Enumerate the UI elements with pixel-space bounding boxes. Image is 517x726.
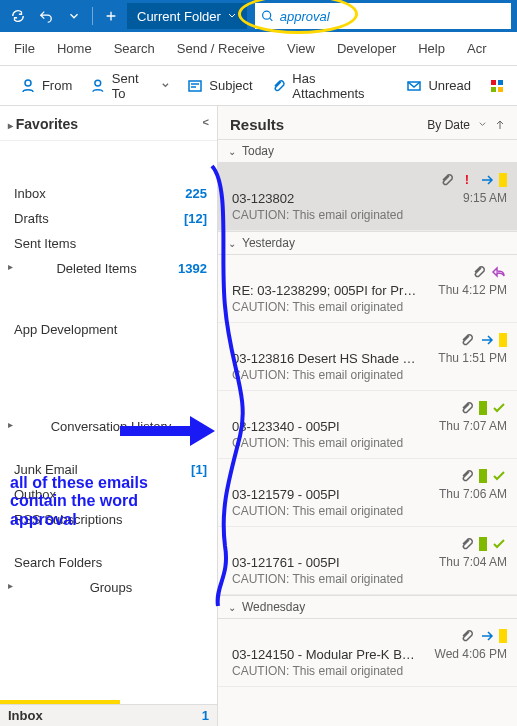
category-tag-icon xyxy=(499,629,507,643)
filter-sentto-label: Sent To xyxy=(112,71,155,101)
menu-help[interactable]: Help xyxy=(408,35,455,62)
search-scope-label: Current Folder xyxy=(137,9,221,24)
email-time: Thu 7:07 AM xyxy=(439,419,507,434)
check-icon xyxy=(491,400,507,416)
category-tag-icon xyxy=(499,333,507,347)
search-scope-dropdown[interactable]: Current Folder xyxy=(127,3,247,29)
email-subject: 03-121761 - 005PI xyxy=(232,555,340,570)
forward-arrow-icon xyxy=(479,628,495,644)
menu-home[interactable]: Home xyxy=(47,35,102,62)
svg-rect-5 xyxy=(491,80,496,85)
inbox-status-bar[interactable]: Inbox 1 xyxy=(0,704,217,726)
email-subject: 03-124150 - Modular Pre-K Bui… xyxy=(232,647,422,662)
refresh-icon[interactable] xyxy=(6,4,30,28)
reply-arrow-icon xyxy=(491,264,507,280)
folder-convhistory[interactable]: Conversation History xyxy=(0,414,217,439)
menu-file[interactable]: File xyxy=(4,35,45,62)
category-tag-icon xyxy=(479,537,487,551)
folder-drafts[interactable]: Drafts[12] xyxy=(0,206,217,231)
sort-arrow-icon[interactable] xyxy=(495,120,505,130)
check-icon xyxy=(491,536,507,552)
folder-junk[interactable]: Junk Email[1] xyxy=(0,457,217,482)
folder-appdev[interactable]: App Development xyxy=(0,317,217,342)
folder-groups[interactable]: Groups xyxy=(0,575,217,600)
undo-icon[interactable] xyxy=(34,4,58,28)
attachment-icon xyxy=(459,468,475,484)
attachment-icon xyxy=(459,628,475,644)
email-item[interactable]: 03-121579 - 005PIThu 7:06 AM CAUTION: Th… xyxy=(218,459,517,527)
email-preview: CAUTION: This email originated xyxy=(232,572,507,586)
category-tag-icon xyxy=(499,173,507,187)
category-tag-icon xyxy=(479,469,487,483)
attachment-icon xyxy=(439,172,455,188)
results-pane: Results By Date ⌄Today ! 03-1238029:15 A… xyxy=(218,106,517,726)
sort-by-date[interactable]: By Date xyxy=(427,118,505,132)
email-time: 9:15 AM xyxy=(463,191,507,206)
email-item[interactable]: ! 03-1238029:15 AM CAUTION: This email o… xyxy=(218,163,517,231)
favorites-header[interactable]: ▸ Favorites xyxy=(8,116,78,132)
category-tag-icon xyxy=(479,401,487,415)
menu-view[interactable]: View xyxy=(277,35,325,62)
filter-unread[interactable]: Unread xyxy=(398,74,479,98)
attachment-icon xyxy=(459,400,475,416)
forward-arrow-icon xyxy=(479,332,495,348)
filter-categorized[interactable] xyxy=(481,74,513,98)
folder-rss[interactable]: RSS Subscriptions xyxy=(0,507,217,532)
attachment-icon xyxy=(459,536,475,552)
group-yesterday[interactable]: ⌄Yesterday xyxy=(218,231,517,255)
filter-attachments[interactable]: Has Attachments xyxy=(263,67,397,105)
search-box[interactable] xyxy=(255,3,511,29)
email-subject: 03-123802 xyxy=(232,191,294,206)
svg-point-0 xyxy=(262,11,270,19)
email-time: Thu 1:51 PM xyxy=(438,351,507,366)
menu-search[interactable]: Search xyxy=(104,35,165,62)
menu-developer[interactable]: Developer xyxy=(327,35,406,62)
svg-rect-7 xyxy=(491,87,496,92)
inbox-status-count: 1 xyxy=(202,708,209,723)
email-subject: 03-123340 - 005PI xyxy=(232,419,340,434)
folder-searchfolders[interactable]: Search Folders xyxy=(0,550,217,575)
email-preview: CAUTION: This email originated xyxy=(232,208,507,222)
search-icon xyxy=(261,9,274,23)
email-preview: CAUTION: This email originated xyxy=(232,504,507,518)
filter-from[interactable]: From xyxy=(12,74,80,98)
email-subject: RE: 03-1238299; 005PI for Proc… xyxy=(232,283,422,298)
folder-pane: ▸ Favorites < Inbox225 Drafts[12] Sent I… xyxy=(0,106,218,726)
email-time: Thu 7:04 AM xyxy=(439,555,507,570)
email-item[interactable]: 03-121761 - 005PIThu 7:04 AM CAUTION: Th… xyxy=(218,527,517,595)
email-item[interactable]: 03-124150 - Modular Pre-K Bui…Wed 4:06 P… xyxy=(218,619,517,687)
group-wednesday[interactable]: ⌄Wednesday xyxy=(218,595,517,619)
filter-subject[interactable]: Subject xyxy=(179,74,260,98)
group-today[interactable]: ⌄Today xyxy=(218,139,517,163)
email-preview: CAUTION: This email originated xyxy=(232,436,507,450)
svg-rect-3 xyxy=(189,81,201,91)
results-title: Results xyxy=(230,116,284,133)
email-item[interactable]: RE: 03-1238299; 005PI for Proc…Thu 4:12 … xyxy=(218,255,517,323)
search-input[interactable] xyxy=(280,9,505,24)
collapse-pane-icon[interactable]: < xyxy=(203,116,209,132)
check-icon xyxy=(491,468,507,484)
email-preview: CAUTION: This email originated xyxy=(232,664,507,678)
email-time: Wed 4:06 PM xyxy=(435,647,507,662)
inbox-status-label: Inbox xyxy=(8,708,43,723)
svg-point-2 xyxy=(95,80,101,86)
email-item[interactable]: 03-123340 - 005PIThu 7:07 AM CAUTION: Th… xyxy=(218,391,517,459)
filter-sentto[interactable]: Sent To xyxy=(82,67,177,105)
folder-inbox[interactable]: Inbox225 xyxy=(0,181,217,206)
importance-high-icon: ! xyxy=(459,172,475,188)
filter-unread-label: Unread xyxy=(428,78,471,93)
email-item[interactable]: 03-123816 Desert HS Shade St…Thu 1:51 PM… xyxy=(218,323,517,391)
chevron-down-icon[interactable] xyxy=(62,4,86,28)
email-preview: CAUTION: This email originated xyxy=(232,368,507,382)
svg-rect-8 xyxy=(498,87,503,92)
email-preview: CAUTION: This email originated xyxy=(232,300,507,314)
email-subject: 03-121579 - 005PI xyxy=(232,487,340,502)
menu-acrobat[interactable]: Acr xyxy=(457,35,497,62)
customize-icon[interactable] xyxy=(99,4,123,28)
menu-sendreceive[interactable]: Send / Receive xyxy=(167,35,275,62)
folder-outbox[interactable]: Outbox xyxy=(0,482,217,507)
folder-sentitems[interactable]: Sent Items xyxy=(0,231,217,256)
email-time: Thu 4:12 PM xyxy=(438,283,507,298)
folder-deleted[interactable]: Deleted Items1392 xyxy=(0,256,217,281)
menubar: File Home Search Send / Receive View Dev… xyxy=(0,32,517,66)
